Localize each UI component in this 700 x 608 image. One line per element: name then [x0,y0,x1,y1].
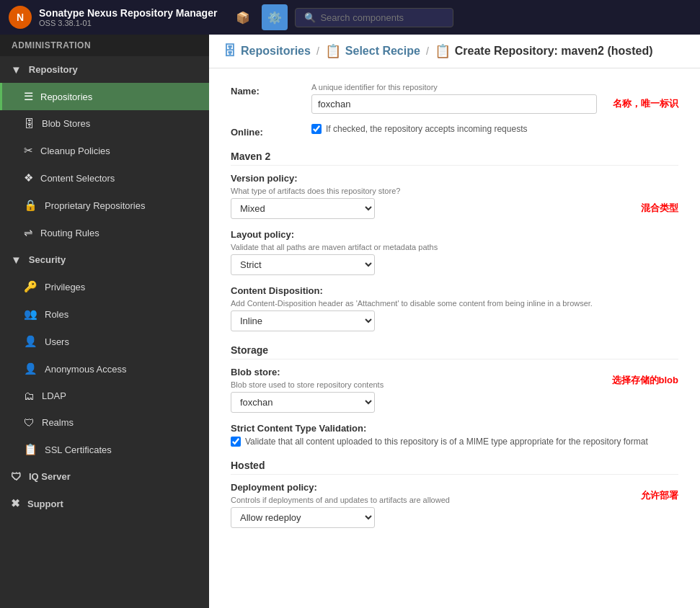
sidebar-item-cleanup-policies[interactable]: ✂ Cleanup Policies [0,137,209,164]
sidebar-item-label: Routing Rules [40,228,99,238]
routing-icon: ⇌ [24,226,33,239]
sidebar-item-realms[interactable]: 🛡 Realms [0,409,209,436]
sidebar-item-proprietary-repos[interactable]: 🔒 Proprietary Repositories [0,192,209,219]
deployment-policy-hint: Controls if deployments of and updates t… [231,496,618,504]
breadcrumb-sep-2: / [426,45,429,57]
section-maven2: Maven 2 [231,151,678,166]
sidebar-item-ldap[interactable]: 🗂 LDAP [0,383,209,409]
name-input[interactable] [311,94,597,114]
form-content: Name: A unique identifier for this repos… [209,68,700,608]
sidebar-item-label: Privileges [45,282,85,292]
sidebar-item-security[interactable]: ▼ Security [0,246,209,273]
version-policy-hint: What type of artifacts does this reposit… [231,187,618,195]
repositories-icon: ☰ [24,90,33,103]
roles-icon: 👥 [24,308,37,321]
version-policy-label: Version policy: [231,173,618,184]
layout-policy-row: Layout policy: Validate that all paths a… [231,229,678,275]
sidebar-item-label: SSL Certificates [45,444,112,455]
support-icon: ✖ [11,497,20,510]
sidebar-item-label: Blob Stores [42,118,90,129]
breadcrumb-create-label: Create Repository: maven2 (hosted) [455,45,653,58]
sidebar-item-label: Realms [42,417,74,428]
strict-content-row: Strict Content Type Validation: Validate… [231,423,678,447]
deployment-policy-select[interactable]: Allow redeploy Disable redeploy Read-onl… [231,507,375,528]
blob-store-select[interactable]: foxchan default [231,392,375,413]
search-bar[interactable]: 🔍 [295,8,453,27]
online-field: If checked, the repository accepts incom… [311,124,678,134]
sidebar-item-label: Repositories [40,91,92,102]
app-subtitle: OSS 3.38.1-01 [39,19,217,27]
blob-store-label: Blob store: [231,367,589,377]
content-selectors-icon: ❖ [24,171,33,184]
breadcrumb: 🗄 Repositories / 📋 Select Recipe / 📋 Cre… [209,35,700,68]
chevron-down-icon: ▼ [11,63,22,76]
browse-icon-btn[interactable]: 📦 [230,4,256,30]
breadcrumb-create-repo: 📋 Create Repository: maven2 (hosted) [435,43,653,59]
main-layout: Administration ▼ Repository ☰ Repositori… [0,35,700,608]
privileges-icon: 🔑 [24,280,37,293]
sidebar-item-routing-rules[interactable]: ⇌ Routing Rules [0,219,209,246]
users-icon: 👤 [24,335,37,348]
strict-content-label: Strict Content Type Validation: [231,423,678,434]
name-hint: A unique identifier for this repository [311,83,597,91]
app-title: Sonatype Nexus Repository Manager [39,7,217,19]
sidebar-item-content-selectors[interactable]: ❖ Content Selectors [0,164,209,192]
blob-store-row: Blob store: Blob store used to store rep… [231,367,678,413]
navbar: N Sonatype Nexus Repository Manager OSS … [0,0,700,35]
sidebar-item-support[interactable]: ✖ Support [0,490,209,517]
layout-policy-select[interactable]: Strict Permissive [231,254,375,275]
breadcrumb-recipe-icon: 📋 [325,43,341,59]
sidebar-item-blob-stores[interactable]: 🗄 Blob Stores [0,110,209,137]
annotation-mixed: 混合类型 [641,202,678,215]
sidebar-item-repository[interactable]: ▼ Repository [0,56,209,83]
sidebar-item-label: Anonymous Access [45,364,126,375]
section-hosted: Hosted [231,460,678,475]
navbar-icons: 📦 ⚙️ [230,4,288,30]
annotation-deploy: 允许部署 [641,489,678,502]
proprietary-icon: 🔒 [24,199,37,212]
sidebar-item-anonymous-access[interactable]: 👤 Anonymous Access [0,355,209,383]
ldap-icon: 🗂 [24,390,35,402]
name-label: Name: [231,83,303,97]
content-disposition-label: Content Disposition: [231,285,678,296]
sidebar-item-roles[interactable]: 👥 Roles [0,300,209,328]
sidebar-section-header: Administration [0,35,209,56]
version-policy-row: Version policy: What type of artifacts d… [231,173,678,219]
blob-stores-icon: 🗄 [24,117,35,130]
breadcrumb-repo-icon: 🗄 [223,44,236,59]
settings-icon-btn[interactable]: ⚙️ [262,4,288,30]
deployment-policy-label: Deployment policy: [231,482,618,493]
breadcrumb-select-recipe[interactable]: 📋 Select Recipe [325,43,420,59]
sidebar-item-label: LDAP [42,390,66,401]
search-icon: 🔍 [304,12,316,23]
search-input[interactable] [320,12,444,23]
content-disposition-row: Content Disposition: Add Content-Disposi… [231,285,678,331]
online-checkbox[interactable] [311,124,322,134]
app-title-block: Sonatype Nexus Repository Manager OSS 3.… [39,7,217,27]
sidebar-item-privileges[interactable]: 🔑 Privileges [0,273,209,300]
sidebar: Administration ▼ Repository ☰ Repositori… [0,35,209,608]
version-policy-select[interactable]: Mixed Release Snapshot [231,198,375,219]
breadcrumb-recipe-label: Select Recipe [345,45,420,58]
sidebar-item-iq-server[interactable]: 🛡 IQ Server [0,463,209,490]
deployment-policy-row: Deployment policy: Controls if deploymen… [231,482,678,528]
blob-store-hint: Blob store used to store repository cont… [231,380,589,389]
content-area: 🗄 Repositories / 📋 Select Recipe / 📋 Cre… [209,35,700,608]
sidebar-item-ssl-certificates[interactable]: 📋 SSL Certificates [0,436,209,463]
online-label: Online: [231,124,303,138]
strict-content-checkbox[interactable] [231,437,241,447]
sidebar-item-label: IQ Server [29,471,71,482]
sidebar-item-label: Content Selectors [40,173,115,184]
name-row: Name: A unique identifier for this repos… [231,83,678,114]
content-disposition-hint: Add Content-Disposition header as 'Attac… [231,299,678,308]
sidebar-item-label: Proprietary Repositories [45,200,145,211]
breadcrumb-repositories[interactable]: 🗄 Repositories [223,44,311,59]
content-disposition-select[interactable]: Inline Attachment [231,310,375,331]
online-checkbox-row: If checked, the repository accepts incom… [311,124,678,134]
sidebar-item-label: Repository [29,64,78,75]
sidebar-item-users[interactable]: 👤 Users [0,328,209,355]
sidebar-item-repositories[interactable]: ☰ Repositories [0,83,209,110]
realms-icon: 🛡 [24,416,35,429]
breadcrumb-create-icon: 📋 [435,43,451,59]
ssl-icon: 📋 [24,443,37,456]
